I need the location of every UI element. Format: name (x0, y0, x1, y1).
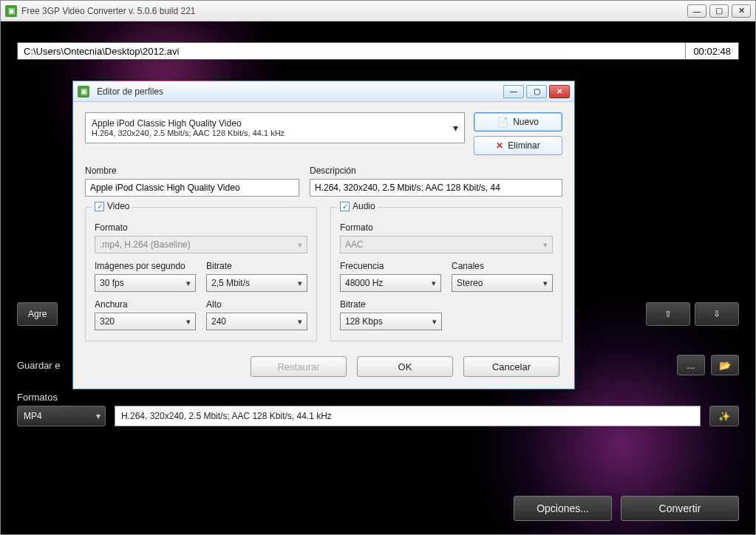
main-titlebar: ▣ Free 3GP Video Converter v. 5.0.6 buil… (1, 1, 755, 21)
close-button[interactable]: ✕ (732, 4, 751, 18)
document-icon: 📄 (497, 117, 508, 127)
audio-checkbox[interactable]: ✓ (340, 202, 350, 211)
format-row: Formatos MP4 H.264, 320x240, 2.5 Mbit/s;… (17, 385, 739, 426)
name-input[interactable] (85, 179, 299, 197)
description-label: Descripción (310, 166, 562, 176)
add-file-button[interactable]: Agre (17, 302, 58, 326)
profile-editor-dialog: ▣ Editor de perfiles — ▢ ✕ Apple iPod Cl… (72, 81, 575, 389)
audio-format-label: Formato (340, 222, 553, 233)
dialog-body: Apple iPod Classic High Quality Video H.… (73, 102, 574, 389)
video-format-label: Formato (95, 222, 307, 233)
delete-label: Eliminar (508, 140, 539, 151)
audio-bitrate-select[interactable]: 128 Kbps (340, 313, 442, 330)
audio-section: ✓ Audio Formato AAC (330, 207, 562, 341)
frequency-select[interactable]: 48000 Hz (340, 274, 441, 292)
convert-button[interactable]: Convertir (621, 496, 739, 521)
cancel-button[interactable]: Cancelar (463, 356, 559, 377)
width-label: Anchura (95, 299, 196, 310)
video-header: Video (107, 201, 129, 211)
height-value: 240 (211, 316, 226, 327)
new-label: Nuevo (513, 117, 539, 127)
dialog-minimize-button[interactable]: — (503, 85, 524, 98)
audio-bitrate-value: 128 Kbps (345, 316, 383, 327)
audio-bitrate-label: Bitrate (340, 299, 442, 310)
browse-folder-button[interactable]: ... (677, 355, 705, 375)
move-down-button[interactable]: ⇩ (695, 302, 739, 326)
video-checkbox[interactable]: ✓ (95, 202, 104, 211)
dialog-icon: ▣ (78, 86, 89, 98)
profile-dropdown[interactable]: Apple iPod Classic High Quality Video H.… (85, 112, 465, 143)
profile-name-line: Apple iPod Classic High Quality Video (92, 118, 443, 129)
video-section: ✓ Video Formato .mp4, H.264 (Baseline) (85, 207, 317, 341)
new-profile-button[interactable]: 📄 Nuevo (474, 112, 562, 132)
edit-profile-button[interactable]: ✨ (709, 406, 739, 426)
bottom-row: Opciones... Convertir (514, 496, 739, 521)
video-bitrate-value: 2,5 Mbit/s (211, 278, 250, 288)
format-label: Formatos (17, 392, 106, 403)
restore-button[interactable]: Restaurar (251, 356, 347, 377)
video-format-value: .mp4, H.264 (Baseline) (100, 239, 191, 250)
dialog-close-button[interactable]: ✕ (549, 85, 570, 98)
audio-format-value: AAC (345, 239, 364, 250)
video-bitrate-select[interactable]: 2,5 Mbit/s (206, 274, 307, 292)
audio-format-select: AAC (340, 236, 553, 253)
video-format-select: .mp4, H.264 (Baseline) (95, 236, 307, 253)
app-icon: ▣ (5, 5, 17, 17)
description-input[interactable] (310, 179, 562, 197)
profile-display[interactable]: H.264, 320x240, 2.5 Mbit/s; AAC 128 Kbit… (115, 406, 701, 426)
audio-header: Audio (353, 201, 375, 211)
maximize-button[interactable]: ▢ (709, 4, 729, 18)
format-select[interactable]: MP4 (17, 406, 106, 426)
main-window: ▣ Free 3GP Video Converter v. 5.0.6 buil… (0, 0, 756, 535)
profile-detail-line: H.264, 320x240, 2.5 Mbit/s; AAC 128 Kbit… (92, 129, 443, 137)
delete-icon: ✕ (496, 140, 503, 151)
options-button[interactable]: Opciones... (514, 496, 612, 521)
open-folder-button[interactable]: 📂 (711, 355, 739, 375)
channels-select[interactable]: Stereo (452, 274, 553, 292)
ok-button[interactable]: OK (357, 356, 453, 377)
height-label: Alto (206, 299, 307, 310)
fps-select[interactable]: 30 fps (95, 274, 196, 292)
file-info-bar: C:\Users\Ontecnia\Desktop\2012.avi 00:02… (17, 42, 739, 60)
delete-profile-button[interactable]: ✕ Eliminar (474, 136, 562, 155)
move-up-button[interactable]: ⇧ (646, 302, 690, 326)
video-bitrate-label: Bitrate (206, 261, 307, 271)
fps-label: Imágenes por segundo (95, 261, 196, 271)
dialog-title: Editor de perfiles (97, 86, 503, 97)
fps-value: 30 fps (100, 278, 124, 288)
frequency-value: 48000 Hz (345, 278, 383, 288)
frequency-label: Frecuencia (340, 261, 441, 271)
minimize-button[interactable]: — (687, 4, 706, 18)
file-duration: 00:02:48 (685, 43, 738, 59)
channels-label: Canales (452, 261, 553, 271)
format-value: MP4 (24, 411, 42, 421)
height-select[interactable]: 240 (206, 313, 307, 330)
width-value: 320 (100, 316, 115, 327)
channels-value: Stereo (457, 278, 483, 288)
width-select[interactable]: 320 (95, 313, 196, 330)
file-path: C:\Users\Ontecnia\Desktop\2012.avi (18, 43, 685, 59)
dialog-maximize-button[interactable]: ▢ (526, 85, 547, 98)
name-label: Nombre (85, 166, 299, 176)
save-label: Guardar e (17, 360, 61, 371)
app-title: Free 3GP Video Converter v. 5.0.6 build … (21, 6, 687, 16)
dialog-titlebar: ▣ Editor de perfiles — ▢ ✕ (73, 81, 574, 102)
main-body: C:\Users\Ontecnia\Desktop\2012.avi 00:02… (1, 21, 755, 534)
